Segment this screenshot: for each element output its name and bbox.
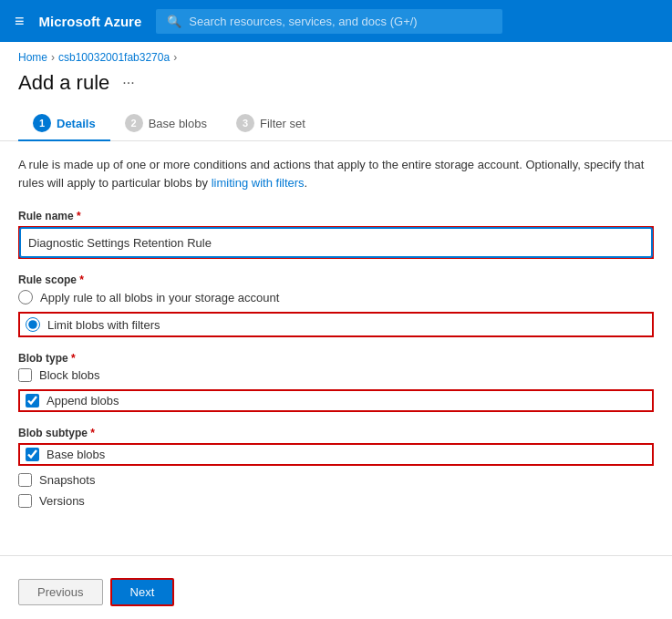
- breadcrumb-sep-2: ›: [173, 51, 177, 64]
- checkbox-base-label: Base blobs: [47, 448, 105, 461]
- breadcrumb-sep-1: ›: [51, 51, 55, 64]
- checkbox-versions-label: Versions: [39, 494, 85, 508]
- main-content: A rule is made up of one or more conditi…: [0, 141, 672, 537]
- tab-filter-set-num: 3: [236, 114, 254, 132]
- next-button[interactable]: Next: [110, 578, 175, 606]
- rule-scope-group: Rule scope * Apply rule to all blobs in …: [18, 273, 654, 337]
- checkbox-block-input[interactable]: [18, 368, 32, 382]
- checkbox-snapshots-label: Snapshots: [39, 473, 95, 487]
- checkbox-append-label: Append blobs: [47, 394, 119, 408]
- radio-all-blobs[interactable]: Apply rule to all blobs in your storage …: [18, 290, 654, 304]
- checkbox-snapshots[interactable]: Snapshots: [18, 473, 654, 487]
- checkbox-append-highlight: Append blobs: [18, 389, 654, 412]
- checkbox-versions[interactable]: Versions: [18, 494, 654, 508]
- radio-limit-highlight: Limit blobs with filters: [18, 312, 654, 337]
- checkbox-block-blobs[interactable]: Block blobs: [18, 368, 654, 382]
- checkbox-append-input[interactable]: [26, 394, 39, 408]
- radio-limit-blobs[interactable]: Limit blobs with filters: [26, 317, 160, 332]
- blob-subtype-checkboxes: Base blobs Snapshots Versions: [18, 443, 654, 508]
- required-star-type: *: [71, 352, 76, 365]
- radio-limit-label: Limit blobs with filters: [47, 318, 160, 332]
- tab-base-blobs[interactable]: 2 Base blobs: [110, 107, 222, 141]
- search-box[interactable]: 🔍: [156, 9, 502, 34]
- page-header: Add a rule ···: [0, 67, 672, 106]
- app-title: Microsoft Azure: [39, 14, 142, 29]
- tab-base-blobs-label: Base blobs: [149, 117, 207, 130]
- footer-divider: [0, 555, 672, 556]
- hamburger-icon[interactable]: ≡: [15, 12, 25, 31]
- blob-type-label: Blob type *: [18, 352, 654, 365]
- checkbox-base-blobs[interactable]: Base blobs: [26, 448, 105, 461]
- rule-name-input-wrap: [18, 226, 654, 259]
- radio-all-input[interactable]: [18, 290, 33, 304]
- required-star-scope: *: [79, 273, 84, 286]
- breadcrumb: Home › csb10032001fab3270a ›: [0, 42, 672, 67]
- rule-name-label: Rule name *: [18, 210, 654, 222]
- description-text: A rule is made up of one or more conditi…: [18, 156, 654, 191]
- tab-base-blobs-num: 2: [125, 114, 143, 132]
- blob-type-group: Blob type * Block blobs Append blobs: [18, 352, 654, 412]
- required-star-name: *: [77, 210, 81, 222]
- checkbox-snapshots-input[interactable]: [18, 473, 32, 487]
- tab-details[interactable]: 1 Details: [18, 107, 110, 141]
- checkbox-append-blobs[interactable]: Append blobs: [26, 394, 119, 408]
- radio-limit-input[interactable]: [26, 317, 40, 332]
- radio-group: Apply rule to all blobs in your storage …: [18, 290, 654, 337]
- blob-subtype-label: Blob subtype *: [18, 427, 654, 439]
- previous-button[interactable]: Previous: [18, 579, 103, 605]
- footer-buttons: Previous Next: [0, 571, 672, 614]
- search-input[interactable]: [189, 15, 491, 28]
- rule-name-input[interactable]: [20, 228, 652, 257]
- search-icon: 🔍: [167, 15, 181, 28]
- blob-subtype-group: Blob subtype * Base blobs Snapshots Vers…: [18, 427, 654, 508]
- topbar: ≡ Microsoft Azure 🔍: [0, 0, 672, 42]
- tabs-bar: 1 Details 2 Base blobs 3 Filter set: [0, 106, 672, 141]
- checkbox-base-input[interactable]: [26, 448, 39, 461]
- blob-type-checkboxes: Block blobs Append blobs: [18, 368, 654, 412]
- tab-details-num: 1: [33, 114, 51, 132]
- checkbox-versions-input[interactable]: [18, 494, 32, 508]
- breadcrumb-home[interactable]: Home: [18, 51, 47, 64]
- tab-filter-set-label: Filter set: [260, 117, 305, 130]
- breadcrumb-resource[interactable]: csb10032001fab3270a: [58, 51, 170, 64]
- tab-details-label: Details: [57, 117, 96, 130]
- rule-name-group: Rule name *: [18, 210, 654, 259]
- required-star-subtype: *: [90, 427, 95, 439]
- limiting-link[interactable]: limiting with filters: [212, 176, 305, 190]
- rule-scope-label: Rule scope *: [18, 273, 654, 286]
- radio-all-label: Apply rule to all blobs in your storage …: [40, 291, 279, 304]
- checkbox-block-label: Block blobs: [39, 368, 99, 382]
- page-title: Add a rule: [18, 71, 109, 95]
- page-menu-button[interactable]: ···: [117, 73, 140, 93]
- tab-filter-set[interactable]: 3 Filter set: [222, 107, 320, 141]
- checkbox-base-highlight: Base blobs: [18, 443, 654, 466]
